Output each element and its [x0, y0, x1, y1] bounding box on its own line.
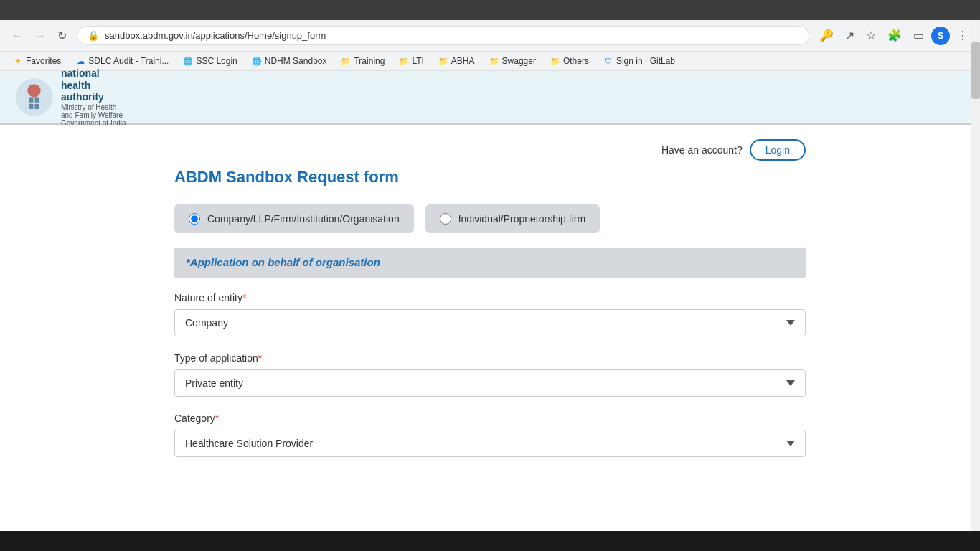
entity-option-company[interactable]: Company/LLP/Firm/Institution/Organisatio…	[174, 204, 414, 233]
bookmark-training-label: Training	[354, 56, 385, 66]
nature-of-entity-label: Nature of entity*	[174, 292, 806, 303]
bookmark-favorites-label: Favorites	[26, 56, 61, 66]
nha-text-area: nationalhealthauthority Ministry of Heal…	[61, 67, 126, 127]
section-header-text: *Application on behalf of organisation	[186, 256, 380, 268]
have-account-text: Have an account?	[661, 144, 743, 156]
profile-avatar[interactable]: S	[931, 27, 950, 45]
nature-of-entity-group: Nature of entity* Company LLP Firm Insti…	[174, 292, 806, 336]
bookmark-abha[interactable]: 📁 ABHA	[433, 54, 481, 68]
folder-abha-icon: 📁	[438, 56, 448, 66]
bookmark-ndhm[interactable]: 🌐 NDHM Sandbox	[246, 54, 333, 68]
category-label: Category*	[174, 413, 806, 424]
menu-icon[interactable]: ⋮	[953, 26, 973, 45]
category-group: Category* Healthcare Solution Provider I…	[174, 413, 806, 457]
page-content: Have an account? Login ABDM Sandbox Requ…	[0, 125, 980, 519]
nha-logo-area: nationalhealthauthority Ministry of Heal…	[14, 67, 126, 127]
type-of-application-group: Type of application* Private entity Gove…	[174, 352, 806, 397]
shield-gitlab-icon: 🛡	[603, 56, 613, 66]
folder-lti-icon: 📁	[399, 56, 409, 66]
category-select[interactable]: Healthcare Solution Provider Insurance F…	[174, 430, 806, 457]
entity-option-individual[interactable]: Individual/Proprietorship firm	[425, 204, 600, 233]
address-text: sandbox.abdm.gov.in/applications/Home/si…	[105, 30, 326, 41]
bookmark-swagger[interactable]: 📁 Swagger	[484, 54, 542, 68]
nav-buttons: ← → ↻	[7, 26, 71, 45]
required-star-type: *	[258, 352, 262, 364]
bookmark-favorites[interactable]: ★ Favorites	[7, 54, 67, 68]
type-of-application-label: Type of application*	[174, 352, 806, 364]
folder-swagger-icon: 📁	[489, 56, 499, 66]
extension-icon[interactable]: 🧩	[883, 26, 906, 45]
entity-radio-individual[interactable]	[440, 213, 451, 225]
forward-button[interactable]: →	[30, 27, 50, 45]
cloud-bookmark-icon: ☁	[75, 56, 85, 66]
entity-radio-company[interactable]	[189, 213, 200, 225]
folder-training-icon: 📁	[341, 56, 351, 66]
bookmark-others[interactable]: 📁 Others	[545, 54, 595, 68]
bookmark-gitlab[interactable]: 🛡 Sign in · GitLab	[598, 54, 681, 68]
window-icon[interactable]: ▭	[909, 26, 928, 45]
bookmark-ssc[interactable]: 🌐 SSC Login	[177, 54, 242, 68]
nha-title: nationalhealthauthority	[61, 67, 126, 103]
scrollbar[interactable]	[971, 20, 980, 519]
star-bookmark-icon: ★	[13, 56, 23, 66]
globe-ssc-icon: 🌐	[183, 56, 193, 66]
bookmark-abha-label: ABHA	[451, 56, 475, 66]
bookmark-ssc-label: SSC Login	[196, 56, 237, 66]
star-icon[interactable]: ☆	[862, 26, 880, 45]
content-wrapper: Have an account? Login ABDM Sandbox Requ…	[146, 125, 834, 487]
nature-of-entity-select[interactable]: Company LLP Firm Institution Organisatio…	[174, 309, 806, 336]
nha-header: nationalhealthauthority Ministry of Heal…	[0, 71, 980, 125]
bookmark-training[interactable]: 📁 Training	[335, 54, 390, 68]
back-button[interactable]: ←	[7, 27, 27, 45]
bookmark-sdlc-label: SDLC Audit - Traini...	[88, 56, 169, 66]
bookmark-sdlc[interactable]: ☁ SDLC Audit - Traini...	[70, 54, 174, 68]
nha-subtitle: Ministry of Healthand Family WelfareGove…	[61, 103, 126, 127]
nha-emblem-icon	[14, 77, 54, 117]
scrollbar-thumb[interactable]	[971, 42, 980, 99]
form-title: ABDM Sandbox Request form	[174, 168, 806, 187]
key-icon[interactable]: 🔑	[815, 26, 838, 45]
bookmark-ndhm-label: NDHM Sandbox	[265, 56, 327, 66]
browser-toolbar: ← → ↻ 🔒 sandbox.abdm.gov.in/applications…	[0, 20, 980, 52]
globe-ndhm-icon: 🌐	[252, 56, 262, 66]
svg-point-1	[27, 84, 40, 97]
bookmark-others-label: Others	[563, 56, 589, 66]
bookmarks-bar: ★ Favorites ☁ SDLC Audit - Traini... 🌐 S…	[0, 52, 980, 71]
browser-top-bar	[0, 0, 980, 20]
bookmark-lti[interactable]: 📁 LTI	[393, 54, 429, 68]
bookmark-gitlab-label: Sign in · GitLab	[616, 56, 675, 66]
bookmark-lti-label: LTI	[412, 56, 423, 66]
bookmark-swagger-label: Swagger	[502, 56, 536, 66]
toolbar-icons: 🔑 ↗ ☆ 🧩 ▭ S ⋮	[815, 26, 973, 45]
lock-icon: 🔒	[88, 30, 99, 41]
login-area: Have an account? Login	[174, 139, 806, 168]
reload-button[interactable]: ↻	[53, 26, 71, 45]
entity-type-row: Company/LLP/Firm/Institution/Organisatio…	[174, 204, 806, 233]
entity-individual-label: Individual/Proprietorship firm	[458, 213, 585, 225]
required-star-category: *	[215, 413, 219, 424]
required-star-nature: *	[242, 292, 246, 303]
address-bar[interactable]: 🔒 sandbox.abdm.gov.in/applications/Home/…	[77, 26, 809, 45]
login-button[interactable]: Login	[750, 139, 806, 161]
entity-company-label: Company/LLP/Firm/Institution/Organisatio…	[207, 213, 400, 225]
folder-others-icon: 📁	[550, 56, 560, 66]
type-of-application-select[interactable]: Private entity Government entity NGO	[174, 369, 806, 397]
section-header: *Application on behalf of organisation	[174, 248, 806, 278]
share-icon[interactable]: ↗	[841, 26, 859, 45]
